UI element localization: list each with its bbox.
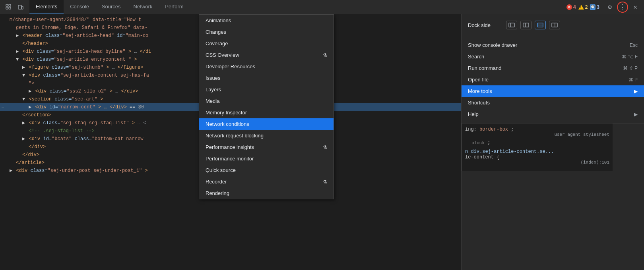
dock-side-row: Dock side: [462, 17, 644, 33]
menu-item-network-conditions[interactable]: Network conditions: [199, 118, 334, 130]
menu-item-network-request-blocking[interactable]: Network request blocking: [199, 130, 334, 141]
menu-item-animations[interactable]: Animations: [199, 15, 334, 26]
css-selector-line: n div.sej-article-content.se...: [465, 149, 609, 154]
settings-item-label: Run command: [468, 65, 502, 71]
info-badge: 💬 3: [590, 4, 599, 10]
error-icon: ✕: [566, 4, 572, 10]
css-line: le-content {: [465, 154, 609, 160]
svg-rect-5: [21, 6, 23, 9]
svg-rect-0: [6, 4, 8, 6]
css-line: ing: border-box ;: [465, 127, 609, 132]
css-line: block ;: [465, 140, 609, 146]
settings-button[interactable]: ⚙: [604, 2, 615, 13]
toolbar: Elements Console Sources Network Perform…: [0, 0, 644, 14]
css-source: (index):101: [465, 160, 609, 165]
settings-item-shortcut: ⌘ ⌥ F: [622, 54, 638, 60]
settings-item-label: Shortcuts: [468, 100, 490, 106]
more-options-button[interactable]: ⋮: [617, 2, 628, 13]
dock-icons: [506, 21, 560, 29]
svg-rect-4: [18, 5, 21, 9]
settings-show-console-drawer[interactable]: Show console drawer Esc: [462, 39, 644, 51]
main-content: m/change-user-agent/368448/" data-title=…: [0, 14, 644, 270]
tab-bar: Elements Console Sources Network Perform: [29, 0, 563, 14]
settings-item-label: More tools: [468, 88, 492, 94]
menu-item-media[interactable]: Media: [199, 95, 334, 107]
flask-icon: ⚗: [323, 145, 327, 150]
tab-performance[interactable]: Perform: [159, 0, 190, 14]
tab-elements[interactable]: Elements: [29, 0, 64, 14]
menu-item-memory-inspector[interactable]: Memory Inspector: [199, 107, 334, 118]
toolbar-left-icons: [0, 2, 29, 13]
svg-rect-12: [552, 23, 557, 27]
warn-icon: [578, 5, 584, 10]
settings-panel: Dock side: [461, 14, 644, 270]
dock-bottom-button[interactable]: [535, 21, 546, 29]
menu-item-changes[interactable]: Changes: [199, 26, 334, 38]
more-tools-dropdown: Animations Changes Coverage CSS Overview…: [199, 14, 334, 199]
close-devtools-button[interactable]: ✕: [630, 2, 641, 13]
menu-item-layers[interactable]: Layers: [199, 84, 334, 95]
menu-item-performance-monitor[interactable]: Performance monitor: [199, 153, 334, 164]
info-icon: 💬: [590, 4, 596, 10]
svg-rect-1: [6, 7, 8, 9]
css-rule: n div.sej-article-content.se... le-conte…: [465, 149, 609, 165]
menu-item-coverage[interactable]: Coverage: [199, 38, 334, 49]
dock-undock-button[interactable]: [506, 21, 517, 29]
settings-item-label: Open file: [468, 77, 489, 83]
tab-network[interactable]: Network: [127, 0, 159, 14]
settings-item-label: Help: [468, 111, 479, 117]
svg-rect-8: [523, 23, 529, 27]
line-dots: …: [2, 104, 4, 111]
settings-help[interactable]: Help ▶: [462, 108, 644, 120]
toolbar-right: ✕ 4 2 💬 3 ⚙ ⋮ ✕: [563, 2, 644, 13]
arrow-right-icon: ▶: [634, 112, 638, 117]
settings-search[interactable]: Search ⌘ ⌥ F: [462, 51, 644, 62]
settings-item-shortcut: Esc: [630, 42, 638, 48]
settings-item-shortcut: ⌘ ⇧ P: [623, 66, 638, 71]
arrow-right-icon: ▶: [634, 89, 638, 94]
badge-group: ✕ 4 2 💬 3: [566, 4, 599, 10]
flask-icon: ⚗: [323, 179, 327, 185]
css-rule: ing: border-box ; user agent stylesheet: [465, 127, 609, 137]
menu-item-quick-source[interactable]: Quick source: [199, 164, 334, 176]
flask-icon: ⚗: [323, 52, 327, 58]
menu-item-css-overview[interactable]: CSS Overview ⚗: [199, 49, 334, 61]
css-panel: ing: border-box ; user agent stylesheet …: [462, 123, 613, 171]
svg-rect-6: [509, 23, 514, 27]
settings-more-tools[interactable]: More tools ▶: [462, 85, 644, 97]
settings-item-label: Search: [468, 54, 484, 60]
menu-item-developer-resources[interactable]: Developer Resources: [199, 61, 334, 72]
svg-rect-3: [9, 7, 11, 9]
menu-item-rendering[interactable]: Rendering: [199, 187, 334, 199]
tab-sources[interactable]: Sources: [95, 0, 127, 14]
tab-console[interactable]: Console: [64, 0, 95, 14]
menu-item-issues[interactable]: Issues: [199, 72, 334, 84]
device-toggle-icon[interactable]: [15, 2, 26, 13]
settings-items-section: Show console drawer Esc Search ⌘ ⌥ F Run…: [462, 36, 644, 123]
error-badge: ✕ 4: [566, 4, 576, 10]
dock-right-button[interactable]: [549, 21, 560, 29]
menu-item-recorder[interactable]: Recorder ⚗: [199, 176, 334, 187]
settings-run-command[interactable]: Run command ⌘ ⇧ P: [462, 62, 644, 74]
dock-side-label: Dock side: [468, 22, 500, 28]
inspect-element-icon[interactable]: [3, 2, 14, 13]
svg-rect-2: [9, 4, 11, 6]
settings-shortcuts[interactable]: Shortcuts: [462, 97, 644, 108]
menu-item-performance-insights[interactable]: Performance insights ⚗: [199, 141, 334, 153]
settings-open-file[interactable]: Open file ⌘ P: [462, 74, 644, 85]
settings-item-label: Show console drawer: [468, 42, 517, 48]
settings-item-shortcut: ⌘ P: [628, 77, 638, 83]
dock-left-button[interactable]: [520, 21, 531, 29]
css-rule: block ;: [465, 140, 609, 146]
dock-side-section: Dock side: [462, 14, 644, 36]
css-source: user agent stylesheet: [465, 132, 609, 137]
warn-badge: 2: [578, 4, 588, 10]
